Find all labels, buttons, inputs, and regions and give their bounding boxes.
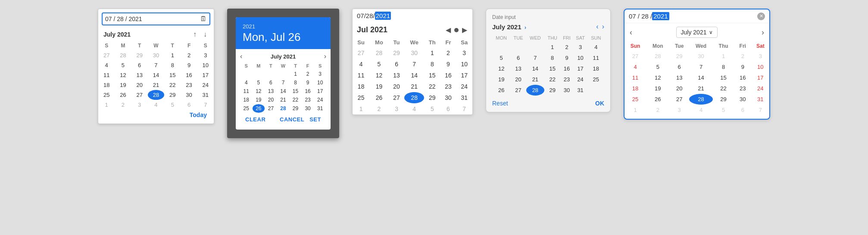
table-row[interactable]: 7 [689,62,713,72]
table-row[interactable]: 23 [734,83,752,94]
cal3-dot-button[interactable] [454,28,459,32]
table-row[interactable]: 31 [573,85,588,96]
table-row[interactable]: 10 [456,59,472,70]
table-row[interactable]: 28 [277,104,290,113]
table-row[interactable]: 30 [560,85,573,96]
cal2-next-button[interactable]: › [324,53,326,60]
table-row[interactable]: 9 [440,59,456,70]
table-row[interactable]: 12 [115,70,131,80]
table-row[interactable] [240,70,253,78]
table-row[interactable]: 16 [734,72,752,83]
table-row[interactable] [253,70,265,78]
table-row[interactable]: 22 [544,74,560,85]
cal2-set-button[interactable]: SET [309,116,321,123]
table-row[interactable]: 27 [510,85,526,96]
table-row[interactable]: 18 [624,83,646,94]
table-row[interactable]: 3 [573,42,588,53]
table-row[interactable]: 4 [624,62,646,72]
table-row[interactable]: 3 [456,47,472,59]
table-row[interactable]: 24 [752,83,769,94]
cal1-prev-button[interactable]: ↑ [191,30,198,39]
table-row[interactable]: 31 [456,92,472,103]
table-row[interactable]: 20 [670,83,689,94]
cal3-prev-button[interactable]: ◀ [445,25,452,35]
table-row[interactable]: 25 [353,92,369,103]
table-row[interactable]: 18 [240,96,253,104]
table-row[interactable]: 8 [424,59,440,70]
table-row[interactable]: 16 [181,70,197,80]
table-row[interactable]: 30 [734,94,752,105]
table-row[interactable]: 2 [734,51,752,62]
table-row[interactable]: 30 [181,90,197,100]
table-row[interactable]: 3 [670,105,689,115]
table-row[interactable]: 22 [424,81,440,92]
table-row[interactable]: 29 [131,50,148,60]
table-row[interactable]: 15 [544,63,560,74]
cal5-month-dropdown[interactable]: July 2021 ∨ [676,27,718,38]
table-row[interactable]: 12 [369,70,388,81]
table-row[interactable]: 12 [492,63,510,74]
table-row[interactable]: 3 [314,70,326,78]
table-row[interactable] [526,42,544,53]
table-row[interactable]: 22 [713,83,734,94]
table-row[interactable]: 21 [148,80,164,90]
table-row[interactable]: 20 [510,74,526,85]
table-row[interactable]: 11 [588,53,604,63]
table-row[interactable]: 24 [456,81,472,92]
table-row[interactable]: 4 [689,105,713,115]
table-row[interactable]: 27 [98,50,115,60]
cal3-date-part2[interactable]: 2021 [375,12,391,20]
table-row[interactable]: 14 [404,70,424,81]
table-row[interactable]: 18 [353,81,369,92]
table-row[interactable]: 27 [131,90,148,100]
table-row[interactable] [588,85,604,96]
table-row[interactable]: 2 [115,100,131,110]
table-row[interactable]: 24 [314,96,326,104]
table-row[interactable]: 10 [314,78,326,87]
table-row[interactable]: 25 [98,90,115,100]
table-row[interactable] [265,70,277,78]
table-row[interactable]: 21 [277,96,290,104]
cal3-next-button[interactable]: ▶ [461,25,468,35]
table-row[interactable]: 5 [424,103,440,114]
table-row[interactable]: 2 [440,47,456,59]
table-row[interactable]: 1 [289,70,302,78]
table-row[interactable]: 1 [713,51,734,62]
table-row[interactable]: 16 [560,63,573,74]
table-row[interactable]: 15 [424,70,440,81]
table-row[interactable]: 12 [646,72,669,83]
table-row[interactable]: 17 [314,87,326,96]
table-row[interactable]: 28 [646,51,669,62]
table-row[interactable]: 26 [115,90,131,100]
cal1-today-button[interactable]: Today [98,110,214,120]
table-row[interactable]: 8 [544,53,560,63]
table-row[interactable]: 1 [424,47,440,59]
table-row[interactable]: 1 [164,50,181,60]
table-row[interactable]: 5 [646,62,669,72]
cal5-clear-button[interactable]: ✕ [757,12,765,20]
table-row[interactable]: 26 [253,104,265,113]
cal4-reset-button[interactable]: Reset [492,100,508,107]
table-row[interactable]: 30 [689,51,713,62]
table-row[interactable]: 23 [560,74,573,85]
table-row[interactable]: 25 [240,104,253,113]
table-row[interactable]: 5 [369,59,388,70]
table-row[interactable]: 29 [289,104,302,113]
table-row[interactable]: 7 [404,59,424,70]
table-row[interactable]: 2 [181,50,197,60]
cal4-prev-button[interactable]: ‹ [596,23,598,31]
table-row[interactable] [277,70,290,78]
table-row[interactable]: 30 [302,104,314,113]
table-row[interactable]: 29 [424,92,440,103]
table-row[interactable]: 10 [573,53,588,63]
table-row[interactable]: 27 [670,94,689,105]
table-row[interactable]: 24 [197,80,214,90]
table-row[interactable]: 24 [573,74,588,85]
table-row[interactable]: 22 [164,80,181,90]
table-row[interactable]: 29 [389,47,405,59]
table-row[interactable]: 13 [510,63,526,74]
table-row[interactable]: 13 [670,72,689,83]
cal2-clear-button[interactable]: CLEAR [245,116,265,123]
table-row[interactable]: 17 [752,72,769,83]
cal1-next-button[interactable]: ↓ [202,30,209,39]
